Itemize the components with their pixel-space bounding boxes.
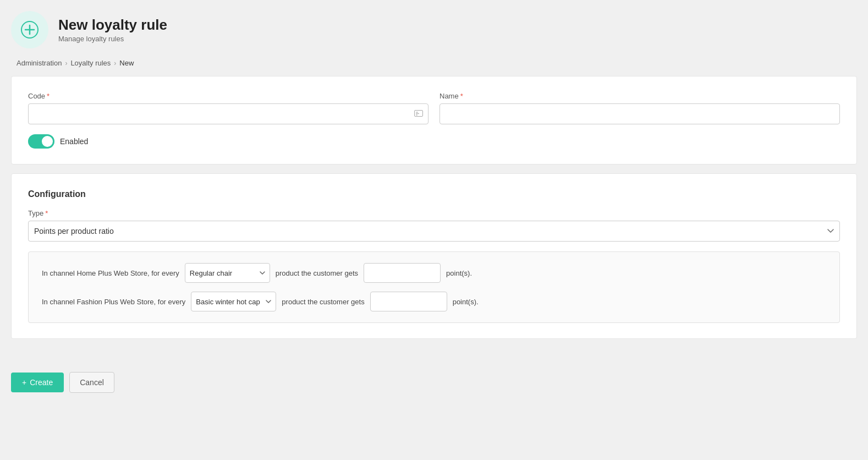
name-required: * [460, 92, 463, 100]
type-group: Type * Points per product ratio Points p… [28, 209, 840, 242]
page-header: New loyalty rule Manage loyalty rules [0, 0, 868, 57]
code-input-wrapper [28, 103, 428, 124]
name-input[interactable] [440, 103, 840, 124]
channel-product-select-0[interactable]: Regular chair Basic winter hot cap All p… [185, 263, 270, 283]
configuration-title: Configuration [28, 189, 840, 199]
name-group: Name * [440, 92, 840, 124]
create-label: Create [30, 378, 53, 387]
breadcrumb: Administration › Loyalty rules › New [0, 57, 868, 76]
toggle-slider [28, 134, 54, 149]
code-required: * [47, 92, 50, 100]
channel-rules-box: In channel Home Plus Web Store, for ever… [28, 251, 840, 323]
page-wrapper: New loyalty rule Manage loyalty rules Ad… [0, 0, 868, 460]
create-plus-icon: + [22, 378, 26, 387]
channel-row-0: In channel Home Plus Web Store, for ever… [42, 263, 826, 283]
enabled-label: Enabled [60, 137, 88, 146]
channel-product-select-1[interactable]: Basic winter hot cap Regular chair All p… [191, 292, 276, 311]
channel-suffix-1: product the customer gets [282, 298, 364, 306]
footer-buttons: + Create Cancel [0, 359, 868, 404]
breadcrumb-loyalty[interactable]: Loyalty rules [70, 59, 111, 67]
code-label: Code * [28, 92, 428, 100]
page-subtitle: Manage loyalty rules [58, 35, 167, 43]
channel-row-1: In channel Fashion Plus Web Store, for e… [42, 292, 826, 311]
code-group: Code * [28, 92, 428, 124]
type-label: Type * [28, 209, 840, 217]
channel-prefix-1: In channel Fashion Plus Web Store, for e… [42, 298, 185, 306]
name-label: Name * [440, 92, 840, 100]
channel-points-input-1[interactable] [370, 292, 447, 311]
channel-points-suffix-0: point(s). [446, 269, 472, 277]
plus-icon [21, 21, 39, 39]
type-select[interactable]: Points per product ratio Points per orde… [28, 221, 840, 242]
type-required: * [45, 209, 48, 217]
enabled-toggle[interactable] [28, 134, 54, 149]
create-button[interactable]: + Create [11, 373, 64, 392]
channel-points-input-0[interactable] [364, 263, 441, 283]
breadcrumb-admin[interactable]: Administration [17, 59, 62, 67]
channel-prefix-0: In channel Home Plus Web Store, for ever… [42, 269, 179, 277]
page-title: New loyalty rule [58, 17, 167, 34]
configuration-card: Configuration Type * Points per product … [11, 173, 857, 339]
channel-suffix-0: product the customer gets [276, 269, 358, 277]
content-area: Code * [0, 76, 868, 359]
breadcrumb-sep-1: › [65, 59, 67, 67]
cancel-button[interactable]: Cancel [69, 372, 114, 393]
channel-points-suffix-1: point(s). [453, 298, 479, 306]
code-input[interactable] [28, 103, 428, 124]
enabled-row: Enabled [28, 134, 840, 149]
header-icon-circle [11, 11, 48, 48]
breadcrumb-sep-2: › [114, 59, 116, 67]
header-text: New loyalty rule Manage loyalty rules [58, 17, 167, 43]
breadcrumb-current: New [119, 59, 134, 67]
code-name-row: Code * [28, 92, 840, 124]
basic-info-card: Code * [11, 76, 857, 165]
